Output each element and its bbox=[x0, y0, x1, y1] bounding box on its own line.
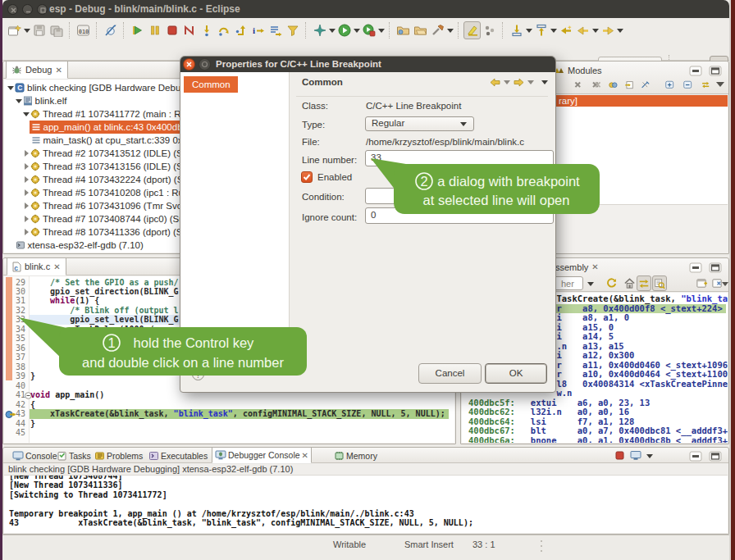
step-into-button[interactable] bbox=[198, 21, 215, 39]
window-minimize-button[interactable] bbox=[22, 4, 33, 15]
tab-modules[interactable]: Modules bbox=[549, 61, 607, 79]
dialog-back-icon[interactable] bbox=[489, 78, 501, 87]
console-minimize-button[interactable] bbox=[689, 450, 702, 461]
disassembly-location-dropdown[interactable] bbox=[584, 276, 597, 290]
disassembly-home-button[interactable] bbox=[623, 277, 636, 293]
disassembly-maximize-button[interactable] bbox=[709, 262, 722, 272]
mark-occurrences-button[interactable] bbox=[463, 21, 481, 39]
cancel-button[interactable]: Cancel bbox=[418, 363, 482, 384]
export-button[interactable] bbox=[532, 21, 550, 39]
tab-executables[interactable]: Executables bbox=[146, 448, 210, 463]
external-tools-button[interactable] bbox=[360, 21, 377, 39]
run-button[interactable] bbox=[336, 21, 353, 39]
tab-disassembly[interactable]: ssembly ✕ bbox=[554, 258, 600, 275]
step-return-button[interactable] bbox=[232, 21, 249, 39]
modules-maximize-button[interactable] bbox=[709, 65, 722, 75]
disassembly-refresh-button[interactable] bbox=[605, 277, 618, 293]
line-number[interactable]: 45 bbox=[4, 428, 25, 437]
dropdown-arrow-icon[interactable] bbox=[550, 21, 557, 39]
disassembly-line[interactable]: 400dbc6a: bnone a0, a1, 0x400dbc8b <__ad… bbox=[462, 436, 728, 444]
debug-button[interactable] bbox=[311, 21, 328, 39]
step-filters-button[interactable] bbox=[284, 21, 301, 39]
ok-button[interactable]: OK bbox=[485, 363, 547, 384]
dialog-back-dropdown-icon[interactable] bbox=[504, 80, 510, 84]
dropdown-arrow-icon[interactable] bbox=[23, 21, 30, 39]
expand-all-button[interactable] bbox=[664, 80, 678, 92]
tree-expander-closed-icon[interactable] bbox=[25, 203, 29, 209]
dialog-sidebar-item-common[interactable]: Common bbox=[184, 76, 238, 93]
tree-expander-closed-icon[interactable] bbox=[25, 216, 29, 222]
forward-button[interactable] bbox=[599, 21, 616, 39]
tab-blink-c[interactable]: c blink.c ✕ bbox=[7, 258, 66, 275]
show-threads-button[interactable] bbox=[267, 21, 284, 39]
modules-selected-row[interactable]: rary] bbox=[545, 95, 728, 107]
disassembly-minimize-button[interactable] bbox=[689, 262, 702, 272]
terminate-console-icon[interactable] bbox=[614, 450, 625, 461]
line-number[interactable]: 30 bbox=[4, 287, 25, 296]
search-tools-button[interactable] bbox=[429, 21, 446, 39]
disassembly-sync-button[interactable] bbox=[637, 275, 651, 291]
dropdown-arrow-icon[interactable] bbox=[328, 21, 336, 39]
console-menu-dropdown-icon[interactable] bbox=[646, 454, 653, 458]
step-over-button[interactable] bbox=[215, 21, 232, 39]
tab-debug-close-icon[interactable]: ✕ bbox=[55, 66, 62, 75]
editor-line[interactable]: 42{ bbox=[4, 400, 454, 409]
load-symbols-button[interactable] bbox=[608, 80, 621, 92]
import-button[interactable] bbox=[508, 21, 525, 39]
instruction-stepping-button[interactable]: i bbox=[249, 21, 267, 39]
tree-expander-closed-icon[interactable] bbox=[25, 189, 29, 196]
collapse-all-button[interactable] bbox=[682, 80, 696, 92]
dialog-view-menu-icon[interactable] bbox=[541, 80, 548, 84]
save-button[interactable] bbox=[30, 21, 48, 39]
deselect-default-button[interactable] bbox=[641, 80, 654, 92]
editor-line[interactable]: 45 bbox=[4, 428, 454, 437]
new-wizard-button[interactable] bbox=[6, 21, 23, 39]
modules-view-menu-icon[interactable] bbox=[716, 82, 724, 87]
display-console-icon[interactable] bbox=[630, 450, 641, 461]
dialog-minimize-button[interactable] bbox=[199, 58, 211, 71]
tab-debugger-console-close-icon[interactable]: ✕ bbox=[302, 451, 308, 460]
tab-debug[interactable]: Debug ✕ bbox=[6, 61, 68, 79]
console-content[interactable]: [New Thread 1073408744][New Thread 10734… bbox=[4, 476, 728, 533]
disconnect-button[interactable] bbox=[180, 21, 198, 39]
tab-debugger-console[interactable]: Debugger Console✕ bbox=[212, 448, 312, 463]
remove-all-modules-button[interactable] bbox=[591, 80, 605, 92]
window-maximize-button[interactable] bbox=[37, 4, 48, 15]
new-cpp-project-button[interactable] bbox=[395, 21, 412, 39]
dialog-forward-icon[interactable] bbox=[513, 78, 525, 87]
tree-expander-open-icon[interactable] bbox=[7, 86, 14, 90]
line-number[interactable]: 44 bbox=[4, 419, 25, 428]
disassembly-new-view-button[interactable] bbox=[696, 277, 708, 293]
tab-problems[interactable]: Problems bbox=[92, 448, 145, 463]
tree-expander-closed-icon[interactable] bbox=[25, 163, 29, 170]
dialog-type-select[interactable]: Regular bbox=[365, 116, 474, 131]
dropdown-arrow-icon[interactable] bbox=[525, 21, 532, 39]
skip-breakpoints-button[interactable] bbox=[102, 21, 119, 39]
console-maximize-button[interactable] bbox=[709, 450, 722, 461]
open-project-button[interactable] bbox=[412, 21, 429, 39]
disassembly-show-source-button[interactable] bbox=[652, 275, 667, 291]
line-number[interactable]: 41 bbox=[4, 390, 25, 399]
window-close-button[interactable] bbox=[7, 4, 18, 15]
terminate-button[interactable] bbox=[163, 21, 180, 39]
tree-expander-closed-icon[interactable] bbox=[25, 176, 29, 183]
modules-minimize-button[interactable] bbox=[689, 65, 702, 75]
dialog-close-button[interactable] bbox=[183, 58, 195, 71]
link-with-debug-button[interactable] bbox=[701, 80, 714, 92]
dropdown-arrow-icon[interactable] bbox=[591, 21, 599, 39]
add-module-button[interactable] bbox=[624, 80, 637, 92]
save-all-button[interactable] bbox=[48, 21, 65, 39]
last-edit-location-button[interactable] bbox=[557, 21, 574, 39]
build-button[interactable]: 010 bbox=[75, 21, 92, 39]
tab-console[interactable]: Console bbox=[10, 448, 60, 463]
tab-tasks[interactable]: Tasks bbox=[54, 448, 94, 463]
dialog-enabled-checkbox[interactable] bbox=[301, 171, 313, 183]
dropdown-arrow-icon[interactable] bbox=[446, 21, 454, 39]
suspend-button[interactable] bbox=[146, 21, 163, 39]
tab-memory[interactable]: Memory bbox=[331, 448, 380, 463]
next-annotation-button[interactable] bbox=[481, 21, 498, 39]
tree-expander-open-icon[interactable] bbox=[23, 112, 30, 116]
dialog-forward-dropdown-icon[interactable] bbox=[527, 80, 534, 84]
breakpoint-icon[interactable] bbox=[5, 410, 16, 419]
editor-line[interactable]: 44} bbox=[4, 419, 454, 428]
